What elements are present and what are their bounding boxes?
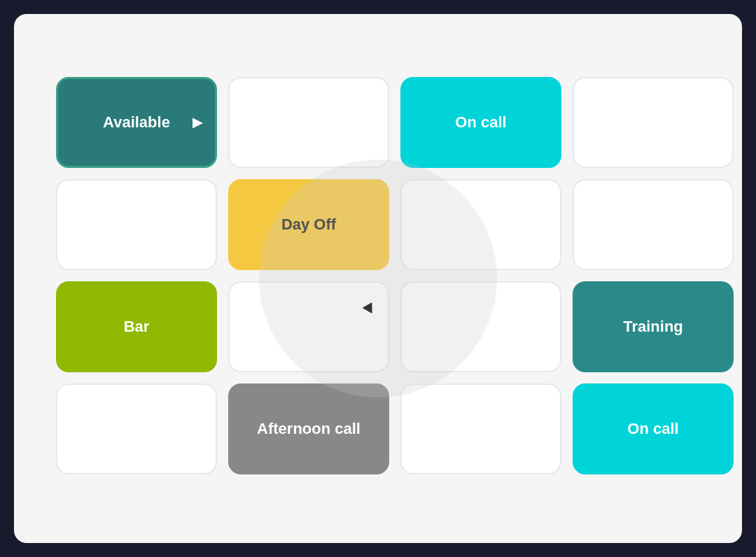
available-cell[interactable]: Available ▶	[56, 77, 217, 168]
schedule-grid: Available ▶ On call Day Off Bar Training…	[56, 77, 734, 474]
training-cell[interactable]: Training	[573, 281, 734, 372]
empty-cell-2[interactable]	[573, 77, 734, 168]
day-off-cell[interactable]: Day Off	[228, 179, 389, 270]
empty-cell-6[interactable]	[228, 281, 389, 372]
afternoon-call-cell[interactable]: Afternoon call	[228, 383, 389, 474]
main-screen: Available ▶ On call Day Off Bar Training…	[14, 14, 742, 543]
empty-cell-9[interactable]	[400, 383, 561, 474]
on-call-bottom-label: On call	[627, 420, 678, 438]
on-call-top-label: On call	[455, 113, 506, 132]
on-call-top-cell[interactable]: On call	[400, 77, 561, 168]
bar-cell[interactable]: Bar	[56, 281, 217, 372]
day-off-label: Day Off	[281, 216, 336, 234]
training-label: Training	[623, 318, 683, 336]
bar-label: Bar	[124, 318, 150, 336]
afternoon-call-label: Afternoon call	[257, 420, 360, 438]
on-call-bottom-cell[interactable]: On call	[573, 383, 734, 474]
empty-cell-1[interactable]	[228, 77, 389, 168]
available-arrow: ▶	[192, 115, 202, 130]
empty-cell-3[interactable]	[56, 179, 217, 270]
empty-cell-7[interactable]	[400, 281, 561, 372]
empty-cell-8[interactable]	[56, 383, 217, 474]
empty-cell-4[interactable]	[400, 179, 561, 270]
empty-cell-5[interactable]	[573, 179, 734, 270]
available-label: Available	[103, 113, 170, 132]
